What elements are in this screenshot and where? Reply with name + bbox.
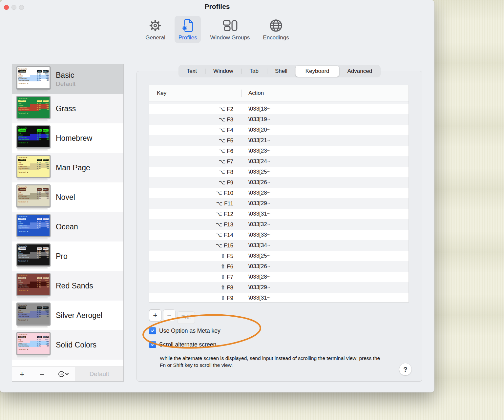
- globe-icon: [269, 18, 283, 33]
- column-header-action[interactable]: Action: [241, 90, 409, 96]
- shortcut-key: ⇧ F5: [149, 253, 241, 260]
- shortcut-controls: + − Edit: [149, 309, 195, 324]
- checkbox-checked-icon[interactable]: [149, 327, 156, 334]
- shortcut-row[interactable]: ⌥ F12\033[31~: [149, 209, 409, 219]
- shortcut-row[interactable]: ⌥ F13\033[32~: [149, 219, 409, 230]
- option-label: Scroll alternate screen: [159, 341, 216, 348]
- toolbar-item-encodings[interactable]: Encodings: [259, 16, 293, 43]
- profile-thumbnail: Terminal#COMMAND%CPURPRVTtop4.1%231KXcod…: [16, 243, 49, 269]
- shortcut-row[interactable]: ⇧ F6\033[26~: [149, 261, 409, 272]
- tab-keyboard[interactable]: Keyboard: [296, 66, 339, 77]
- profile-name: Red Sands: [56, 282, 93, 290]
- keyboard-shortcut-table: Key Action ⌥ F2\033[18~⌥ F3\033[19~⌥ F4\…: [149, 85, 409, 303]
- tab-text[interactable]: Text: [178, 65, 205, 77]
- shortcut-action: \033[28~: [241, 274, 409, 280]
- option-use-option-as-meta[interactable]: Use Option as Meta key: [149, 327, 220, 334]
- table-body: ⌥ F2\033[18~⌥ F3\033[19~⌥ F4\033[20~⌥ F5…: [149, 104, 409, 303]
- shortcut-row[interactable]: ⌥ F15\033[34~: [149, 240, 409, 251]
- shortcut-action: \033[28~: [241, 190, 409, 196]
- shortcut-action: \033[31~: [241, 211, 409, 217]
- option-label: Use Option as Meta key: [159, 327, 220, 334]
- shortcut-action: \033[34~: [241, 242, 409, 249]
- option-scroll-alternate-screen[interactable]: Scroll alternate screen: [149, 341, 216, 348]
- profile-thumbnail: Terminal#COMMAND%CPURPRVTtop4.1%231KXcod…: [16, 96, 49, 122]
- profile-name: Man Page: [56, 163, 90, 172]
- profile-row-red-sands[interactable]: Terminal#COMMAND%CPURPRVTtop4.1%231KXcod…: [12, 271, 123, 301]
- action-menu-icon: [58, 370, 70, 378]
- profile-name: Basic: [56, 71, 75, 80]
- profile-document-icon: [181, 18, 194, 33]
- shortcut-key: ⌥ F3: [149, 116, 241, 123]
- alternate-screen-help-text: While the alternate screen is displayed,…: [160, 355, 380, 368]
- add-shortcut-button[interactable]: +: [149, 309, 161, 321]
- profile-list: Terminal#COMMAND%CPURPRVTtop4.1%231KXcod…: [12, 64, 123, 367]
- profile-name: Pro: [56, 252, 68, 261]
- shortcut-action: \033[20~: [241, 127, 409, 133]
- shortcut-key: ⌥ F2: [149, 106, 241, 113]
- shortcut-row[interactable]: ⌥ F4\033[20~: [149, 125, 409, 135]
- shortcut-action: \033[19~: [241, 116, 409, 123]
- shortcut-row[interactable]: ⇧ F7\033[28~: [149, 272, 409, 282]
- toolbar-item-profiles[interactable]: Profiles: [175, 16, 201, 43]
- shortcut-row[interactable]: ⌥ F2\033[18~: [149, 104, 409, 114]
- column-header-key[interactable]: Key: [149, 90, 241, 96]
- profile-row-solid-colors[interactable]: Terminal#COMMAND%CPURPRVTtop4.1%231KXcod…: [12, 330, 123, 360]
- settings-tabbar: TextWindowTabShellKeyboardAdvanced: [178, 65, 380, 77]
- checkbox-checked-icon[interactable]: [149, 341, 156, 348]
- profile-subtitle: Default: [56, 80, 75, 88]
- toolbar-item-label: Window Groups: [210, 34, 250, 41]
- profile-row-basic[interactable]: Terminal#COMMAND%CPURPRVTtop4.1%231KXcod…: [12, 64, 123, 94]
- profile-thumbnail: Terminal#COMMAND%CPURPRVTtop4.1%231KXcod…: [16, 155, 49, 181]
- shortcut-action: \033[21~: [241, 137, 409, 144]
- shortcut-key: ⌥ F6: [149, 148, 241, 155]
- shortcut-key: ⇧ F7: [149, 274, 241, 281]
- shortcut-row[interactable]: ⌥ F7\033[24~: [149, 156, 409, 167]
- profile-row-homebrew[interactable]: Terminal#COMMAND%CPURPRVTtop4.1%231KXcod…: [12, 123, 123, 153]
- profile-settings-panel: TextWindowTabShellKeyboardAdvanced Key A…: [136, 71, 422, 382]
- shortcut-row[interactable]: ⌥ F10\033[28~: [149, 188, 409, 198]
- profile-thumbnail: Terminal#COMMAND%CPURPRVTtop4.1%231KXcod…: [16, 332, 49, 358]
- tab-window[interactable]: Window: [205, 65, 241, 77]
- shortcut-action: \033[24~: [241, 158, 409, 165]
- titlebar: Profiles General: [0, 0, 434, 51]
- profile-row-grass[interactable]: Terminal#COMMAND%CPURPRVTtop4.1%231KXcod…: [12, 94, 123, 123]
- profile-thumbnail: Terminal#COMMAND%CPURPRVTtop4.1%231KXcod…: [16, 125, 49, 151]
- set-default-button[interactable]: Default: [75, 367, 123, 381]
- profile-name: Solid Colors: [56, 341, 96, 349]
- shortcut-row[interactable]: ⌥ F6\033[23~: [149, 146, 409, 156]
- toolbar-item-general[interactable]: General: [141, 16, 169, 43]
- profile-row-man-page[interactable]: Terminal#COMMAND%CPURPRVTtop4.1%231KXcod…: [12, 153, 123, 182]
- shortcut-row[interactable]: ⌥ F9\033[26~: [149, 177, 409, 188]
- partial-row: [149, 101, 409, 104]
- shortcut-row[interactable]: ⌥ F14\033[33~: [149, 230, 409, 240]
- toolbar-item-window-groups[interactable]: Window Groups: [206, 16, 254, 43]
- shortcut-row[interactable]: ⇧ F9\033[31~: [149, 293, 409, 303]
- shortcut-key: ⌥ F15: [149, 242, 241, 249]
- tab-tab[interactable]: Tab: [242, 65, 267, 77]
- profile-row-ocean[interactable]: Terminal#COMMAND%CPURPRVTtop4.1%231KXcod…: [12, 212, 123, 242]
- tab-shell[interactable]: Shell: [267, 65, 296, 77]
- shortcut-row[interactable]: ⌥ F3\033[19~: [149, 114, 409, 125]
- shortcut-key: ⌥ F8: [149, 169, 241, 176]
- edit-shortcut-button[interactable]: Edit: [177, 311, 195, 324]
- profile-row-silver-aerogel[interactable]: Terminal#COMMAND%CPURPRVTtop4.1%231KXcod…: [12, 301, 123, 330]
- shortcut-key: ⇧ F6: [149, 263, 241, 270]
- shortcut-row[interactable]: ⌥ F5\033[21~: [149, 135, 409, 146]
- profile-row-novel[interactable]: Terminal#COMMAND%CPURPRVTtop4.1%231KXcod…: [12, 182, 123, 212]
- shortcut-row[interactable]: ⌥ F8\033[25~: [149, 167, 409, 177]
- help-button[interactable]: ?: [399, 363, 411, 375]
- tab-advanced[interactable]: Advanced: [339, 65, 381, 77]
- preferences-window: Profiles General: [0, 0, 434, 392]
- profile-thumbnail: Terminal#COMMAND%CPURPRVTtop4.1%231KXcod…: [16, 214, 49, 240]
- shortcut-action: \033[32~: [241, 221, 409, 228]
- remove-profile-button[interactable]: −: [32, 367, 52, 381]
- action-menu-button[interactable]: [52, 367, 75, 381]
- shortcut-row[interactable]: ⇧ F5\033[25~: [149, 251, 409, 261]
- shortcut-row[interactable]: ⇧ F8\033[29~: [149, 282, 409, 293]
- shortcut-row[interactable]: ⌥ F11\033[29~: [149, 198, 409, 209]
- remove-shortcut-button[interactable]: −: [163, 309, 176, 321]
- add-profile-button[interactable]: +: [12, 367, 32, 381]
- profile-row-pro[interactable]: Terminal#COMMAND%CPURPRVTtop4.1%231KXcod…: [12, 242, 123, 271]
- profile-name: Silver Aerogel: [56, 311, 102, 320]
- profile-name: Novel: [56, 193, 75, 202]
